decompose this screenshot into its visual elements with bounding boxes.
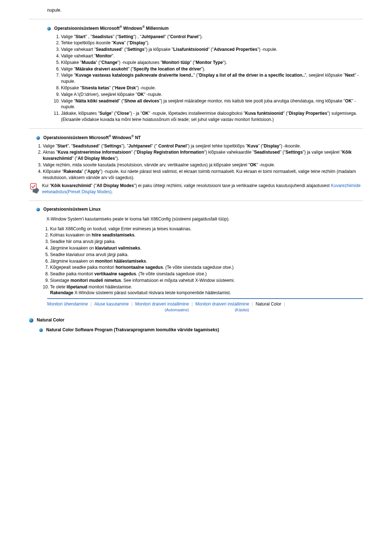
section-heading-linux: Operatsioonisüsteem Linux	[36, 206, 363, 212]
list-item: Kolmas kuvaaken on hiire seadistamiseks.	[50, 232, 363, 238]
nav-install-driver-manual[interactable]: Monitori draiveri installimine	[195, 301, 249, 307]
top-fragment: nupule.	[47, 7, 363, 13]
nav-separator: |	[252, 301, 253, 307]
list-item: Klõpsake "Muuda" ("Change") -nupule alaj…	[61, 60, 363, 66]
me-steps: Valige "Start" , "Seadistus" ("Setting")…	[54, 34, 363, 123]
list-item: Klõpsake "Rakenda" ("Apply") -nupule, ku…	[43, 169, 363, 181]
heading-pre: Operatsioonisüsteem Microsoft	[54, 26, 119, 31]
list-item: Jätkake, klõpsates "Sulge" ("Close") - j…	[61, 110, 363, 123]
nt-steps: Valige "Start", "Seadistused" ("Settings…	[36, 143, 363, 181]
nav-separator: |	[90, 301, 91, 307]
list-item: Valige A:\(D:\driver), seejärel klõpsake…	[61, 92, 363, 98]
nc-sub-row: Natural Color Software Program (Trakvara…	[39, 327, 363, 333]
list-item: Kõigepealt seadke paika monitori horison…	[50, 264, 363, 271]
bullet-icon	[47, 27, 51, 31]
section-nav: Monitori ühendamine | Aluse kasutamine |…	[47, 298, 363, 315]
list-item: Te olete lõpetanud monitori häälestamise…	[50, 284, 363, 296]
divider	[29, 200, 363, 201]
list-item: Kui faili X86Config on loodud, valige En…	[50, 226, 363, 232]
reg-icon: ®	[131, 134, 134, 138]
top-text: nupule.	[47, 8, 61, 13]
check-note-icon	[29, 183, 42, 195]
nav-install-driver-auto[interactable]: Monitori draiveri installimine	[135, 301, 189, 307]
linux-title: Operatsioonisüsteem Linux	[43, 207, 101, 212]
list-item: Seadke hiir oma arvuti järgi paika.	[50, 239, 363, 245]
section-linux: Operatsioonisüsteem Linux X-Window Syste…	[36, 206, 363, 296]
list-item: Tehke topeltklõps ikoonile "Kuva" ("Disp…	[61, 40, 363, 46]
heading-post: Millennium	[145, 26, 169, 31]
list-item: Valige vahekaart "Seadistused" ("Setting…	[61, 46, 363, 53]
bullet-icon	[36, 136, 40, 140]
heading-mid: Windows	[122, 26, 142, 31]
list-item: Järgmine kuvaaken on klaviatuuri valimis…	[50, 245, 363, 251]
bullet-icon	[39, 328, 43, 332]
section-heading-nt: Operatsioonisüsteem Microsoft® Windows® …	[36, 134, 363, 141]
nc-sub-heading: Natural Color Software Program (Trakvara…	[46, 327, 219, 332]
section-heading-me: Operatsioonisüsteem Microsoft® Windows® …	[47, 25, 363, 32]
list-item: Sisestage monitori mudeli nimetus. See i…	[50, 278, 363, 284]
list-item: Klõpsake "Sisesta ketas" ("Have Disk") -…	[61, 85, 363, 91]
bullet-icon	[36, 208, 40, 211]
nc-heading: Natural Color	[37, 317, 64, 323]
nav-separator: |	[131, 301, 132, 307]
heading-mid: Windows	[111, 135, 131, 140]
list-item: Valige "Kuvage vastavas kataloogis paikn…	[61, 72, 363, 85]
svg-rect-0	[30, 183, 36, 189]
heading-pre: Operatsioonisüsteem Microsoft	[43, 135, 109, 140]
linux-intro: X-Window System'i kasutamiseks peate te …	[46, 216, 363, 222]
heading-post: NT	[134, 135, 141, 140]
list-item: Järgmine kuvaaken on monitori häälestami…	[50, 258, 363, 264]
list-item: Valige "Start", "Seadistused" ("Settings…	[43, 143, 363, 149]
reg-icon: ®	[142, 25, 145, 29]
nav-separator: |	[284, 301, 285, 307]
nav-auto-sub: (Automaatne)	[135, 307, 189, 313]
section-natural-color: Natural Color Natural Color Software Pro…	[29, 317, 363, 333]
nav-manual-sub: (Käsitsi)	[195, 307, 249, 313]
divider	[29, 19, 363, 19]
linux-steps: Kui faili X86Config on loodud, valige En…	[44, 226, 363, 296]
list-item: Valige vahekaart "Monitor".	[61, 53, 363, 59]
list-item: Aknas "Kuva registreerimise informatsioo…	[43, 149, 363, 162]
bullet-icon	[29, 318, 33, 323]
note-end: .	[111, 189, 113, 194]
nt-note: Kui "Kõik kuvarezhiimid" ("All Display M…	[29, 183, 363, 195]
nav-stand-usage[interactable]: Aluse kasutamine	[94, 301, 129, 307]
list-item: Seadke klaviatuur oma arvuti järgi paika…	[50, 252, 363, 258]
nt-note-text: Kui "Kõik kuvarezhiimid" ("All Display M…	[42, 183, 363, 195]
section-nt: Operatsioonisüsteem Microsoft® Windows® …	[29, 134, 363, 195]
divider	[29, 128, 363, 129]
nav-connect-monitor[interactable]: Monitori ühendamine	[47, 301, 88, 307]
nav-separator: |	[192, 301, 193, 307]
list-item: Valige rezhiim, mida soovite kasutada (r…	[43, 162, 363, 168]
list-item: Valige "Määrake draiveri asukoht" ("Spec…	[61, 66, 363, 72]
nav-natural-color[interactable]: Natural Color	[256, 301, 281, 307]
list-item: Valige "Näita kõiki seadmeid" ("Show all…	[61, 98, 363, 110]
section-me: Operatsioonisüsteem Microsoft® Windows® …	[47, 25, 363, 123]
list-item: Seadke paika monitori vertikaalne sagedu…	[50, 271, 363, 277]
list-item: Valige "Start" , "Seadistus" ("Setting")…	[61, 34, 363, 40]
